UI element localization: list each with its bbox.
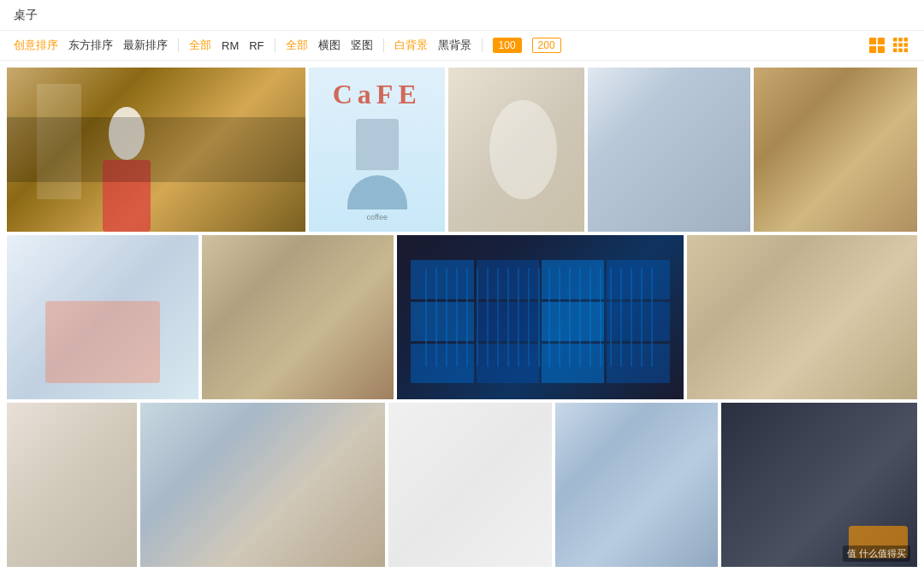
image-row-1: CaFE coffee: [7, 68, 917, 232]
separator-2: [275, 38, 275, 52]
separator-1: [178, 38, 179, 52]
svg-rect-8: [898, 43, 903, 47]
svg-rect-11: [898, 49, 903, 53]
svg-rect-4: [893, 38, 897, 42]
svg-rect-9: [904, 43, 909, 47]
sort-eastern[interactable]: 东方排序: [68, 38, 113, 53]
page-header: 桌子: [0, 0, 924, 31]
svg-rect-0: [869, 38, 876, 44]
image-cafe[interactable]: CaFE coffee: [309, 68, 445, 232]
grid-large-icon[interactable]: [868, 36, 886, 55]
svg-rect-10: [893, 49, 897, 53]
image-couple[interactable]: [588, 68, 751, 232]
view-icon-group: [868, 36, 910, 55]
image-lab[interactable]: [7, 235, 198, 399]
count-100[interactable]: 100: [493, 38, 522, 53]
image-presentation[interactable]: [555, 403, 719, 567]
separator-3: [383, 38, 384, 52]
bg-white[interactable]: 白背景: [394, 38, 428, 53]
image-row-3: 值 什么值得买: [7, 403, 917, 567]
svg-rect-6: [904, 38, 909, 42]
svg-rect-2: [869, 46, 876, 53]
image-tableware[interactable]: [448, 68, 584, 232]
separator-4: [482, 38, 483, 52]
image-desk[interactable]: [202, 235, 394, 399]
svg-rect-12: [904, 49, 909, 53]
count-200[interactable]: 200: [532, 38, 561, 53]
svg-rect-7: [893, 43, 897, 47]
svg-rect-1: [878, 38, 885, 44]
image-meeting[interactable]: 值 什么值得买: [721, 403, 917, 567]
image-office-woman[interactable]: [7, 403, 137, 567]
image-row-2: [7, 235, 917, 399]
svg-rect-3: [878, 46, 885, 53]
sort-creative[interactable]: 创意排序: [14, 38, 58, 53]
bg-black[interactable]: 黑背景: [438, 38, 471, 53]
type-rf[interactable]: RF: [249, 39, 264, 52]
type-all[interactable]: 全部: [189, 38, 211, 53]
type-rm[interactable]: RM: [222, 39, 239, 52]
image-family[interactable]: [140, 403, 385, 567]
image-grid: CaFE coffee: [0, 61, 924, 574]
view-horizontal[interactable]: 横图: [318, 38, 341, 53]
svg-rect-5: [898, 38, 903, 42]
image-living[interactable]: [687, 235, 917, 399]
watermark-text: 值 什么值得买: [843, 546, 910, 562]
view-all[interactable]: 全部: [286, 38, 308, 53]
image-monitors[interactable]: [397, 235, 684, 399]
toolbar: 创意排序 东方排序 最新排序 全部 RM RF 全部 横图 竖图 白背景 黑背景…: [0, 31, 924, 61]
page-title: 桌子: [14, 8, 38, 21]
sort-latest[interactable]: 最新排序: [123, 38, 168, 53]
image-hotel-room[interactable]: [754, 68, 917, 232]
view-vertical[interactable]: 竖图: [351, 38, 373, 53]
image-library[interactable]: [7, 68, 305, 232]
image-blank[interactable]: [388, 403, 552, 567]
grid-small-icon[interactable]: [891, 36, 910, 55]
